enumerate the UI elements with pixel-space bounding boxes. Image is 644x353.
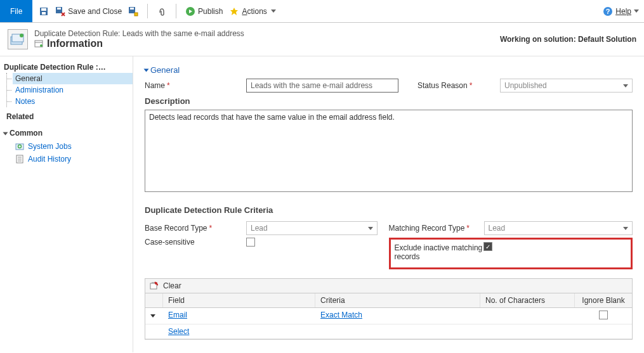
case-sensitive-label: Case-sensitive <box>145 238 246 247</box>
actions-icon <box>229 6 239 16</box>
left-nav: Duplicate Detection Rule :… General Admi… <box>0 56 133 352</box>
criteria-chars-cell <box>480 324 575 338</box>
col-blank: Ignore Blank <box>575 293 632 307</box>
chevron-down-icon <box>623 84 628 87</box>
section-general-header[interactable]: General <box>145 65 633 79</box>
entity-subtitle: Duplicate Detection Rule: Leads with the… <box>34 29 244 38</box>
criteria-table-header: Field Criteria No. of Characters Ignore … <box>145 293 632 308</box>
col-chars: No. of Characters <box>480 293 575 307</box>
save-new-button[interactable] <box>126 4 141 19</box>
nav-section-related: Related <box>4 107 133 124</box>
help-icon: ? <box>603 6 613 16</box>
base-record-type-label: Base Record Type* <box>145 224 246 233</box>
criteria-field-link[interactable]: Email <box>168 311 187 319</box>
paperclip-icon <box>157 6 167 16</box>
chevron-down-icon <box>144 68 149 72</box>
chevron-down-icon <box>3 132 8 135</box>
criteria-row: Select <box>145 324 632 339</box>
form-selector-icon[interactable] <box>34 39 43 48</box>
col-field: Field <box>163 293 315 307</box>
col-criteria: Criteria <box>315 293 480 307</box>
criteria-section-header: Duplicate Detection Rule Criteria <box>145 205 633 215</box>
publish-button[interactable]: Publish <box>183 4 225 19</box>
file-tab[interactable]: File <box>0 0 32 22</box>
help-menu[interactable]: ? Help <box>603 0 639 22</box>
publish-label: Publish <box>198 7 223 16</box>
description-input[interactable] <box>145 110 633 192</box>
save-new-icon <box>128 6 138 16</box>
clear-icon <box>149 281 158 290</box>
svg-rect-7 <box>135 13 138 16</box>
save-button[interactable] <box>36 4 51 19</box>
form-content: General Name* Status Reason* Unpublished… <box>133 56 644 352</box>
audit-history-icon <box>15 155 24 164</box>
chevron-down-icon <box>150 314 155 318</box>
description-label: Description <box>145 96 633 106</box>
svg-text:?: ? <box>606 8 610 15</box>
criteria-rule-link[interactable]: Exact Match <box>320 311 362 319</box>
nav-title: Duplicate Detection Rule :… <box>4 60 133 73</box>
chevron-down-icon <box>271 10 276 13</box>
exclude-inactive-label: Exclude inactive matching records <box>395 242 483 261</box>
criteria-field-link[interactable]: Select <box>168 327 189 336</box>
base-record-type-select[interactable]: Lead <box>246 221 378 235</box>
command-bar: File Save and Close <box>0 0 644 23</box>
row-expand-toggle[interactable] <box>145 308 163 324</box>
nav-item-administration[interactable]: Administration <box>13 84 133 96</box>
save-close-label: Save and Close <box>68 7 122 16</box>
exclude-inactive-highlight: Exclude inactive matching records ✓ <box>389 238 633 269</box>
name-input[interactable] <box>246 79 398 93</box>
ignore-blank-cell <box>575 324 632 338</box>
status-reason-label: Status Reason* <box>417 81 500 90</box>
save-icon <box>39 6 49 16</box>
svg-rect-1 <box>41 8 46 11</box>
chevron-down-icon <box>623 227 628 230</box>
criteria-rule-cell <box>315 324 480 338</box>
clear-button[interactable]: Clear <box>161 281 184 290</box>
criteria-row: Email Exact Match <box>145 308 632 324</box>
svg-point-16 <box>40 44 43 47</box>
attach-button[interactable] <box>154 4 169 19</box>
matching-record-type-select[interactable]: Lead <box>484 221 633 235</box>
page-title: Information <box>47 38 103 49</box>
criteria-table-toolbar: Clear <box>145 279 632 293</box>
nav-item-general[interactable]: General <box>13 73 133 84</box>
actions-menu[interactable]: Actions <box>227 4 278 19</box>
name-label: Name* <box>145 81 246 90</box>
svg-rect-4 <box>57 8 61 10</box>
actions-label: Actions <box>242 7 266 16</box>
svg-point-13 <box>20 34 23 37</box>
chevron-down-icon <box>634 10 639 13</box>
publish-icon <box>185 6 195 16</box>
nav-item-audit-history[interactable]: Audit History <box>4 153 133 165</box>
nav-section-common[interactable]: Common <box>4 124 133 140</box>
system-jobs-icon <box>15 142 24 151</box>
ignore-blank-checkbox[interactable] <box>599 311 608 319</box>
exclude-inactive-checkbox[interactable]: ✓ <box>483 242 492 251</box>
main-area: Duplicate Detection Rule :… General Admi… <box>0 56 644 352</box>
matching-record-type-label: Matching Record Type* <box>389 224 484 233</box>
criteria-chars-cell <box>480 308 575 324</box>
solution-label: Working on solution: Default Solution <box>500 35 636 44</box>
page-header: Duplicate Detection Rule: Leads with the… <box>0 23 644 56</box>
entity-icon <box>8 29 28 49</box>
save-close-icon <box>55 6 65 16</box>
nav-item-notes[interactable]: Notes <box>13 96 133 107</box>
svg-rect-6 <box>130 8 134 10</box>
criteria-table: Clear Field Criteria No. of Characters I… <box>145 278 633 340</box>
svg-rect-2 <box>42 12 46 15</box>
nav-item-system-jobs[interactable]: System Jobs <box>4 140 133 153</box>
status-reason-select[interactable]: Unpublished <box>500 79 633 93</box>
case-sensitive-checkbox[interactable] <box>246 238 255 247</box>
chevron-down-icon <box>368 227 373 230</box>
svg-point-24 <box>155 282 157 285</box>
help-label: Help <box>615 7 631 16</box>
save-close-button[interactable]: Save and Close <box>53 4 124 19</box>
